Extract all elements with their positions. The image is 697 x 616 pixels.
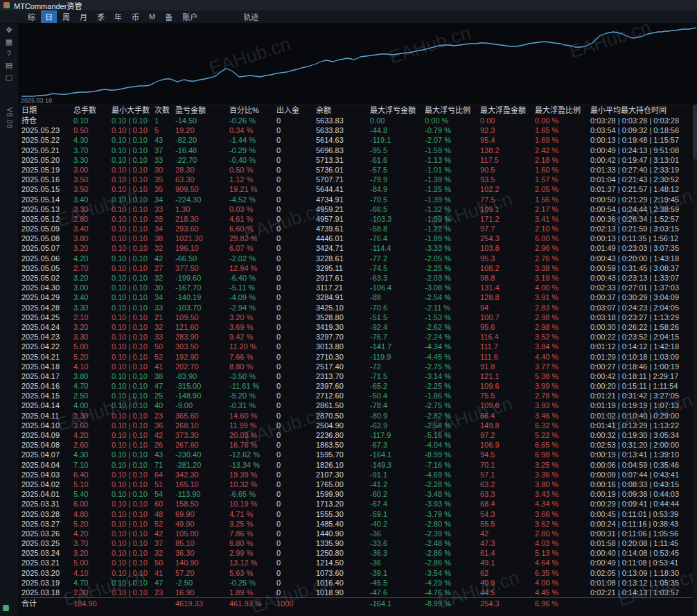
table-row[interactable]: 2025.05.083.800.10 | 0.10381021.3029.82 … bbox=[21, 234, 697, 243]
table-row[interactable]: 2025.04.252.100.10 | 0.1021109.503.20 %0… bbox=[21, 313, 697, 322]
table-row[interactable]: 2025.05.052.700.10 | 0.1027377.5012.94 %… bbox=[21, 263, 697, 273]
table-row[interactable]: 2025.04.112.300.10 | 0.1023365.6014.60 %… bbox=[21, 411, 697, 421]
column-header[interactable]: 余额 bbox=[316, 105, 370, 115]
cell: 2025.03.25 bbox=[21, 538, 73, 548]
column-header[interactable]: 最大浮亏金额 bbox=[370, 105, 425, 115]
menu-tab-M[interactable]: M bbox=[145, 12, 159, 21]
menu-tab-账户[interactable]: 账户 bbox=[178, 10, 202, 23]
table-row[interactable]: 2025.04.094.200.10 | 0.1042373.3020.03 %… bbox=[21, 430, 697, 440]
cell: 2025.03.27 bbox=[21, 519, 73, 529]
table-row[interactable]: 2025.03.253.700.10 | 0.103785.106.80 %01… bbox=[21, 538, 697, 548]
table-row[interactable]: 2025.04.173.800.10 | 0.1038-83.90-3.50 %… bbox=[21, 371, 697, 381]
table-row[interactable]: 2025.03.243.200.10 | 0.103236.302.99 %01… bbox=[21, 548, 697, 558]
table-row[interactable]: 2025.05.203.300.10 | 0.1033-22.70-0.40 %… bbox=[21, 155, 697, 165]
table-row[interactable]: 2025.05.122.800.10 | 0.1028218.304.61 %0… bbox=[21, 214, 697, 224]
scrollbar-thumb[interactable] bbox=[693, 105, 697, 159]
table-row[interactable]: 2025.05.064.200.10 | 0.1042-66.50-2.02 %… bbox=[21, 254, 697, 263]
table-row[interactable]: 2025.04.243.200.10 | 0.1032121.603.69 %0… bbox=[21, 322, 697, 332]
cell: 377.50 bbox=[175, 263, 229, 273]
move-icon[interactable]: ✥ bbox=[3, 25, 15, 35]
cell: 42 bbox=[480, 529, 535, 538]
menu-tab-备[interactable]: 备 bbox=[161, 10, 177, 23]
panel-icon[interactable]: ▢ bbox=[3, 72, 15, 82]
table-row[interactable]: 2025.04.082.600.10 | 0.1026267.6016.76 %… bbox=[21, 440, 697, 450]
table-row[interactable]: 2025.05.213.700.10 | 0.1037-16.48-0.29 %… bbox=[21, 146, 697, 155]
vertical-scrollbar[interactable] bbox=[693, 104, 697, 616]
table-row[interactable]: 2025.04.215.200.10 | 0.1052192.907.66 %0… bbox=[21, 352, 697, 362]
menu-tab-季[interactable]: 季 bbox=[93, 10, 109, 23]
table-row[interactable]: 2025.04.164.700.10 | 0.1047-315.00-11.61… bbox=[21, 381, 697, 391]
table-row[interactable]: 2025.05.193.000.10 | 0.103028.300.50 %05… bbox=[21, 165, 697, 175]
table-row[interactable]: 2025.04.293.400.10 | 0.1034-140.19-4.09 … bbox=[21, 292, 697, 302]
table-row[interactable]: 2025.05.163.500.10 | 0.103563.301.12 %05… bbox=[21, 175, 697, 184]
column-header[interactable]: 总手数 bbox=[73, 105, 112, 115]
table-row[interactable]: 2025.04.184.100.10 | 0.1041202.708.80 %0… bbox=[21, 362, 697, 371]
table-row[interactable]: 2025.05.230.500.10 | 0.10519.200.34 %056… bbox=[21, 125, 697, 135]
cell: 0 bbox=[276, 548, 316, 558]
cell: 365.60 bbox=[175, 411, 229, 421]
table-row[interactable]: 2025.04.103.600.10 | 0.1036268.1011.99 %… bbox=[21, 421, 697, 430]
table-row[interactable]: 2025.03.284.800.10 | 0.104869.904.71 %01… bbox=[21, 509, 697, 519]
cell: 0:00:27 | 0:18:46 | 1:00:19 bbox=[590, 362, 697, 371]
menu-tab-年[interactable]: 年 bbox=[110, 10, 126, 23]
table-row[interactable]: 2025.04.074.300.10 | 0.1043-230.40-12.62… bbox=[21, 450, 697, 459]
cell: -140.19 bbox=[175, 292, 229, 302]
table-row[interactable]: 2025.04.144.000.10 | 0.1040-9.00-0.31 %0… bbox=[21, 401, 697, 410]
menu-tab-周[interactable]: 周 bbox=[58, 10, 74, 23]
table-row[interactable]: 2025.04.015.400.10 | 0.1054-113.90-6.65 … bbox=[21, 489, 697, 499]
cell: 1713.20 bbox=[316, 499, 370, 509]
cell: 0 bbox=[276, 588, 316, 597]
column-header[interactable]: 最大浮盈金额 bbox=[480, 105, 535, 115]
help-icon[interactable]: ? bbox=[3, 49, 15, 59]
column-header[interactable]: 次数 bbox=[155, 105, 175, 115]
table-row[interactable]: 2025.04.036.400.10 | 0.1064342.3019.39 %… bbox=[21, 470, 697, 479]
table-row[interactable]: 2025.05.224.300.10 | 0.1043-82.20-1.44 %… bbox=[21, 135, 697, 145]
table-row[interactable]: 2025.03.204.100.10 | 0.104157.205.63 %01… bbox=[21, 568, 697, 578]
menu-tab-日[interactable]: 日 bbox=[41, 10, 57, 23]
cell: 0.10 | 0.10 bbox=[112, 558, 155, 567]
table-row[interactable]: 2025.04.303.000.10 | 0.1030-167.70-5.11 … bbox=[21, 283, 697, 292]
cell: 2025.04.18 bbox=[21, 362, 73, 371]
table-row[interactable]: 2025.03.194.700.10 | 0.1047-2.50-0.25 %0… bbox=[21, 578, 697, 588]
table-row[interactable]: 2025.04.047.100.10 | 0.1071-281.20-13.34… bbox=[21, 460, 697, 470]
table-row[interactable]: 2025.05.093.400.10 | 0.1034293.606.60 %0… bbox=[21, 224, 697, 234]
menu-trajectory[interactable]: 轨迹 bbox=[243, 11, 258, 22]
table-total-row[interactable]: 合计184.904619.33461.93 %1000-164.1-8.99 %… bbox=[21, 597, 697, 608]
table-row[interactable]: 2025.05.143.400.10 | 0.1034-224.30-4.52 … bbox=[21, 195, 697, 204]
menu-tab-月[interactable]: 月 bbox=[76, 10, 91, 23]
column-header[interactable]: 百分比% bbox=[229, 105, 276, 115]
table-row[interactable]: 2025.05.133.300.10 | 0.10331.300.03 %049… bbox=[21, 204, 697, 214]
column-header[interactable]: 最小大手数 bbox=[112, 105, 155, 115]
table-row[interactable]: 2025.04.283.300.10 | 0.1033-103.70-2.94 … bbox=[21, 303, 697, 313]
cell: 0 bbox=[276, 529, 316, 538]
cell: 5736.01 bbox=[316, 165, 370, 175]
chart-grid-icon[interactable]: ▦ bbox=[3, 37, 15, 47]
cell: -0.40 % bbox=[229, 155, 276, 165]
menu-tab-币[interactable]: 币 bbox=[127, 10, 143, 23]
layers-icon[interactable]: ▤ bbox=[3, 60, 15, 71]
table-row[interactable]: 持仓0.100.10 | 0.101-14.50-0.26 %05633.830… bbox=[21, 116, 697, 125]
column-header[interactable]: 最大浮盈比例 bbox=[535, 105, 590, 115]
cell: 0:01:08 | 0:13:12 | 1:05:35 bbox=[590, 578, 697, 588]
table-row[interactable]: 2025.04.233.300.10 | 0.1033283.909.42 %0… bbox=[21, 332, 697, 342]
table-row[interactable]: 2025.05.153.500.10 | 0.1035909.5019.21 %… bbox=[21, 184, 697, 194]
cell: 0 bbox=[276, 342, 316, 351]
table-row[interactable]: 2025.03.316.000.10 | 0.1060158.5010.19 %… bbox=[21, 499, 697, 509]
table-row[interactable]: 2025.04.225.000.10 | 0.1050303.5011.20 %… bbox=[21, 342, 697, 351]
column-header[interactable]: 盈亏金额 bbox=[175, 105, 229, 115]
table-row[interactable]: 2025.05.023.200.10 | 0.1032-199.60-6.40 … bbox=[21, 273, 697, 283]
column-header[interactable]: 最小平均最大持仓时间 bbox=[590, 105, 697, 115]
column-header[interactable]: 日期 bbox=[21, 105, 73, 115]
table-row[interactable]: 2025.03.275.200.10 | 0.105249.903.25 %01… bbox=[21, 519, 697, 529]
table-row[interactable]: 2025.03.182.300.10 | 0.102316.901.89 %01… bbox=[21, 588, 697, 597]
table-row[interactable]: 2025.04.025.100.10 | 0.1051165.1010.32 %… bbox=[21, 479, 697, 489]
cell: 268.10 bbox=[175, 421, 229, 430]
column-header[interactable]: 最大浮亏比例 bbox=[425, 105, 480, 115]
table-row[interactable]: 2025.05.073.200.10 | 0.1032196.106.07 %0… bbox=[21, 243, 697, 253]
menu-tab-综[interactable]: 综 bbox=[24, 10, 39, 23]
left-toolbar: ✥▦?▤▢ V8.08 bbox=[0, 24, 19, 616]
column-header[interactable]: 出入金 bbox=[276, 105, 316, 115]
table-row[interactable]: 2025.04.152.500.10 | 0.1025-148.90-5.20 … bbox=[21, 391, 697, 401]
table-row[interactable]: 2025.03.215.000.10 | 0.1050140.9013.12 %… bbox=[21, 558, 697, 567]
table-row[interactable]: 2025.03.264.200.10 | 0.1042105.007.86 %0… bbox=[21, 529, 697, 538]
